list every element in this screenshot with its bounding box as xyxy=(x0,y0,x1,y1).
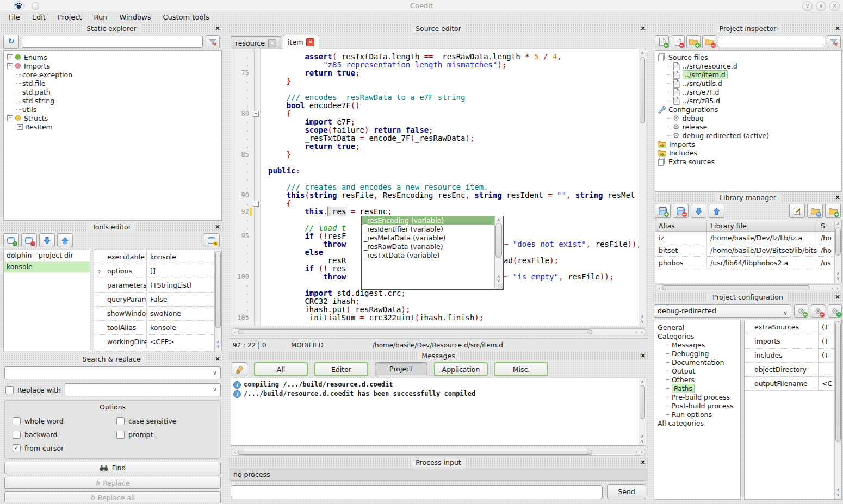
configuration-select[interactable]: debug-redirected ∨ xyxy=(654,304,791,318)
messages-vscrollbar[interactable]: ∧ ∧∨ xyxy=(639,378,646,445)
tools-vscrollbar[interactable]: ∧∨ xyxy=(214,250,221,351)
close-button[interactable]: × xyxy=(829,1,840,11)
remove-folder-button[interactable]: − xyxy=(702,35,716,48)
config-category[interactable]: Debugging xyxy=(654,349,740,358)
tree-item[interactable]: +ResItem xyxy=(4,122,221,131)
scroll-thumb[interactable] xyxy=(238,329,592,334)
close-icon[interactable]: × xyxy=(640,458,646,466)
remove-library-button[interactable]: − xyxy=(673,204,689,218)
tree-item[interactable]: core.exception xyxy=(4,70,221,79)
collapse-icon[interactable]: - xyxy=(7,63,13,69)
project-tree-item[interactable]: ../src/e7F.d xyxy=(655,88,841,96)
backward-checkbox[interactable] xyxy=(13,431,21,439)
completion-item[interactable]: _resIdentifier (variable) xyxy=(362,225,495,234)
project-tree-item[interactable]: ⚙release xyxy=(655,122,841,131)
tree-item[interactable]: +Enums xyxy=(4,53,221,61)
property-row[interactable]: workingDire<CFP> xyxy=(94,335,221,349)
scroll-thumb[interactable] xyxy=(495,223,502,258)
add-config-button[interactable]: ⚙+ xyxy=(794,304,808,318)
expand-icon[interactable]: + xyxy=(17,124,23,130)
tree-item[interactable]: std.path xyxy=(4,88,221,96)
filter-editor[interactable]: Editor xyxy=(314,362,368,376)
completion-item[interactable]: _resMetaData (variable) xyxy=(362,234,495,242)
menu-edit[interactable]: Edit xyxy=(26,12,52,23)
tool-list-item[interactable]: dolphin - project dir xyxy=(4,250,90,262)
property-row[interactable]: objectDirectory xyxy=(745,363,841,377)
config-category[interactable]: Others xyxy=(654,375,740,384)
property-row[interactable]: parameters(TStringList) xyxy=(94,278,221,293)
remove-config-button[interactable]: ⚙− xyxy=(811,304,825,318)
table-row[interactable]: bitset/home/basile/Dev/Bitset/lib/bitse/… xyxy=(655,244,841,257)
filter-button[interactable] xyxy=(206,35,220,48)
process-input-field[interactable] xyxy=(231,485,603,499)
close-icon[interactable]: × xyxy=(215,354,220,363)
config-category[interactable]: Paths xyxy=(654,384,740,393)
add-tool-button[interactable]: + xyxy=(3,233,19,247)
completion-item[interactable]: _resEncoding (variable) xyxy=(362,216,495,225)
config-category[interactable]: All categories xyxy=(654,419,740,427)
fold-collapse-icon[interactable]: − xyxy=(253,201,259,207)
editor-tab-resource[interactable]: resource× xyxy=(231,36,281,49)
config-vscrollbar[interactable]: ∧∨ xyxy=(834,320,841,499)
find-button[interactable]: Find xyxy=(4,462,221,474)
property-row[interactable]: extraSources(T xyxy=(745,320,841,334)
config-category[interactable]: Post-build process xyxy=(654,401,740,410)
move-library-up-button[interactable] xyxy=(709,204,724,218)
completion-item[interactable]: _resTxtData (variable) xyxy=(362,251,495,260)
project-tree-item[interactable]: Source files xyxy=(655,53,841,61)
project-tree-item[interactable]: ../src/item.d xyxy=(655,70,841,79)
project-tree-item[interactable]: ../src/resource.d xyxy=(655,61,841,70)
add-folder-button[interactable]: + xyxy=(825,204,841,218)
tree-item[interactable]: -Structs xyxy=(4,114,221,122)
tab-close-icon[interactable]: × xyxy=(268,39,276,47)
scroll-thumb[interactable] xyxy=(662,285,810,290)
project-tree-item[interactable]: ../src/utils.d xyxy=(655,79,841,88)
filter-all[interactable]: All xyxy=(254,362,308,376)
move-library-down-button[interactable] xyxy=(691,204,706,218)
minimize-button[interactable]: ∨ xyxy=(802,1,813,11)
inspector-filter-input[interactable] xyxy=(718,36,825,47)
property-row[interactable]: ›options[] xyxy=(94,264,221,278)
completion-item[interactable]: _resRawData (variable) xyxy=(362,242,495,251)
prompt-checkbox[interactable] xyxy=(116,431,125,439)
close-icon[interactable]: × xyxy=(215,222,220,231)
config-category[interactable]: Messages xyxy=(654,340,740,349)
property-row[interactable]: showWindowswoNone xyxy=(94,307,221,321)
close-icon[interactable]: × xyxy=(835,24,840,33)
property-row[interactable]: imports(T xyxy=(745,334,841,349)
send-button[interactable]: Send xyxy=(607,484,646,499)
edit-library-button[interactable] xyxy=(789,204,805,218)
add-folder-button[interactable]: + xyxy=(686,35,701,48)
tree-item[interactable]: utils xyxy=(4,105,221,114)
config-category[interactable]: General xyxy=(654,323,740,332)
replace-all-button[interactable]: b Replace all xyxy=(4,491,221,503)
config-category[interactable]: Pre-build process xyxy=(654,393,740,401)
project-tree-item[interactable]: Imports xyxy=(655,140,841,148)
whole-word-checkbox[interactable] xyxy=(13,417,21,425)
popup-scrollbar[interactable]: ∧ ∧∨ xyxy=(494,217,503,289)
resize-grip[interactable] xyxy=(498,284,503,289)
filter-misc[interactable]: Misc. xyxy=(494,362,548,376)
filter-application[interactable]: Application xyxy=(434,362,488,376)
scroll-thumb[interactable] xyxy=(640,57,645,123)
close-icon[interactable]: × xyxy=(640,24,646,33)
editor-vscrollbar[interactable]: ∧ ∧∨ xyxy=(639,49,646,326)
tool-list-item[interactable]: konsole xyxy=(4,262,90,273)
library-vscrollbar[interactable]: ∧ ∧∨ xyxy=(834,220,841,283)
message-row[interactable]: i/.../build/resource.d.coedit has been s… xyxy=(231,389,646,399)
remove-tool-button[interactable]: − xyxy=(21,233,37,247)
menu-run[interactable]: Run xyxy=(88,12,113,23)
scroll-thumb[interactable] xyxy=(215,251,221,328)
fold-collapse-icon[interactable]: − xyxy=(253,111,259,117)
close-icon[interactable]: × xyxy=(640,351,646,360)
config-category[interactable]: Documentation xyxy=(654,358,740,366)
case-sensitive-checkbox[interactable] xyxy=(116,417,125,425)
tree-item[interactable]: std.file xyxy=(4,79,221,88)
from-cursor-checkbox[interactable]: ✓ xyxy=(13,444,21,452)
menu-project[interactable]: Project xyxy=(52,12,88,23)
column-header[interactable]: Alias xyxy=(655,220,707,231)
replace-combo[interactable]: ∨ xyxy=(65,383,221,396)
property-row[interactable]: toolAliaskonsole xyxy=(94,321,221,335)
close-icon[interactable]: × xyxy=(835,293,840,301)
property-row[interactable]: includes(T xyxy=(745,349,841,363)
